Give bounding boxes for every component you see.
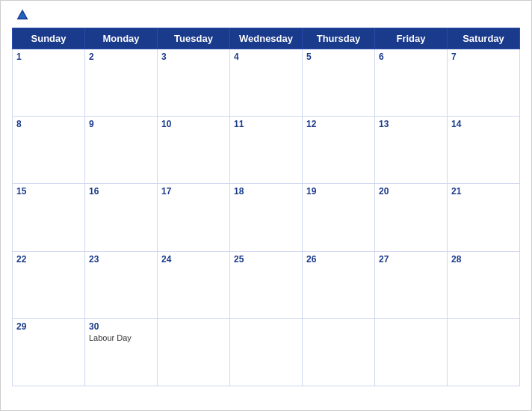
calendar-day-cell: 2 bbox=[85, 49, 158, 117]
calendar-day-cell: 18 bbox=[230, 184, 303, 251]
date-number: 21 bbox=[451, 186, 516, 197]
date-number: 23 bbox=[89, 254, 153, 265]
date-number: 12 bbox=[306, 119, 371, 129]
calendar-day-cell: 11 bbox=[230, 117, 303, 184]
header-saturday: Saturday bbox=[448, 28, 520, 49]
calendar-table: Sunday Monday Tuesday Wednesday Thursday… bbox=[12, 28, 520, 386]
calendar-day-cell bbox=[375, 318, 448, 386]
calendar-day-cell bbox=[303, 318, 375, 386]
date-number: 8 bbox=[16, 119, 81, 129]
calendar-day-cell: 7 bbox=[448, 49, 520, 117]
generalblue-icon bbox=[16, 8, 29, 22]
event-label: Labour Day bbox=[89, 333, 153, 342]
calendar-day-cell: 24 bbox=[158, 251, 230, 318]
logo-text bbox=[16, 8, 34, 22]
date-number: 10 bbox=[161, 119, 226, 129]
date-number: 14 bbox=[451, 119, 516, 129]
calendar-day-cell: 26 bbox=[303, 251, 375, 318]
date-number: 1 bbox=[16, 52, 81, 62]
date-number: 4 bbox=[234, 52, 298, 62]
calendar-day-cell: 19 bbox=[303, 184, 375, 251]
date-number: 3 bbox=[161, 52, 226, 62]
header-monday: Monday bbox=[85, 28, 158, 49]
calendar-day-cell: 25 bbox=[230, 251, 303, 318]
calendar-week-row: 22232425262728 bbox=[13, 251, 520, 318]
date-number: 19 bbox=[306, 186, 371, 197]
calendar-day-cell: 13 bbox=[375, 117, 448, 184]
calendar-day-cell: 3 bbox=[158, 49, 230, 117]
date-number: 15 bbox=[16, 186, 81, 197]
calendar-day-cell: 15 bbox=[13, 184, 85, 251]
date-number: 24 bbox=[161, 254, 226, 265]
date-number: 22 bbox=[16, 254, 81, 265]
calendar-week-row: 1234567 bbox=[13, 49, 520, 117]
calendar-day-cell: 20 bbox=[375, 184, 448, 251]
date-number: 16 bbox=[89, 186, 153, 197]
calendar-container: Sunday Monday Tuesday Wednesday Thursday… bbox=[0, 0, 532, 411]
calendar-day-cell: 29 bbox=[13, 318, 85, 386]
calendar-day-cell: 8 bbox=[13, 117, 85, 184]
calendar-week-row: 2930Labour Day bbox=[13, 318, 520, 386]
date-number: 11 bbox=[234, 119, 298, 129]
calendar-day-cell: 9 bbox=[85, 117, 158, 184]
date-number: 17 bbox=[161, 186, 226, 197]
calendar-day-cell: 30Labour Day bbox=[85, 318, 158, 386]
calendar-day-cell: 1 bbox=[13, 49, 85, 117]
date-number: 6 bbox=[379, 52, 443, 62]
calendar-day-cell: 21 bbox=[448, 184, 520, 251]
date-number: 30 bbox=[89, 321, 153, 332]
date-number: 7 bbox=[451, 52, 516, 62]
calendar-day-cell bbox=[158, 318, 230, 386]
calendar-day-cell: 16 bbox=[85, 184, 158, 251]
calendar-day-cell: 22 bbox=[13, 251, 85, 318]
date-number: 26 bbox=[306, 254, 371, 265]
calendar-day-cell bbox=[448, 318, 520, 386]
calendar-week-row: 891011121314 bbox=[13, 117, 520, 184]
date-number: 27 bbox=[379, 254, 443, 265]
header-thursday: Thursday bbox=[303, 28, 375, 49]
header-friday: Friday bbox=[375, 28, 448, 49]
date-number: 20 bbox=[379, 186, 443, 197]
header-tuesday: Tuesday bbox=[158, 28, 230, 49]
calendar-day-cell: 12 bbox=[303, 117, 375, 184]
date-number: 13 bbox=[379, 119, 443, 129]
calendar-day-cell bbox=[230, 318, 303, 386]
calendar-day-cell: 17 bbox=[158, 184, 230, 251]
calendar-day-cell: 27 bbox=[375, 251, 448, 318]
calendar-header bbox=[12, 8, 520, 22]
date-number: 25 bbox=[234, 254, 298, 265]
header-sunday: Sunday bbox=[13, 28, 85, 49]
calendar-day-cell: 23 bbox=[85, 251, 158, 318]
calendar-day-cell: 28 bbox=[448, 251, 520, 318]
calendar-week-row: 15161718192021 bbox=[13, 184, 520, 251]
calendar-day-cell: 10 bbox=[158, 117, 230, 184]
calendar-day-cell: 4 bbox=[230, 49, 303, 117]
date-number: 9 bbox=[89, 119, 153, 129]
date-number: 29 bbox=[16, 321, 81, 332]
date-number: 28 bbox=[451, 254, 516, 265]
header-wednesday: Wednesday bbox=[230, 28, 303, 49]
calendar-day-cell: 6 bbox=[375, 49, 448, 117]
date-number: 2 bbox=[89, 52, 153, 62]
weekday-header-row: Sunday Monday Tuesday Wednesday Thursday… bbox=[13, 28, 520, 49]
date-number: 5 bbox=[306, 52, 371, 62]
logo-area bbox=[16, 8, 34, 22]
calendar-day-cell: 5 bbox=[303, 49, 375, 117]
date-number: 18 bbox=[234, 186, 298, 197]
calendar-day-cell: 14 bbox=[448, 117, 520, 184]
